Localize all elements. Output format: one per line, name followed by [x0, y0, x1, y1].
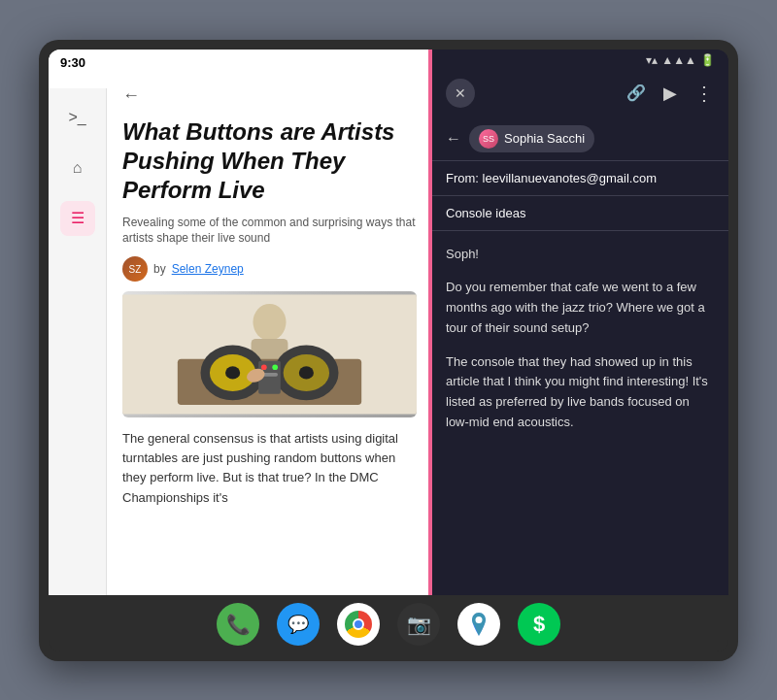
left-panel: 9:30 >_ ⌂ ☰ ← What Bu	[49, 50, 432, 595]
svg-point-6	[225, 366, 240, 379]
article-subtitle: Revealing some of the common and surpris…	[122, 215, 417, 248]
email-para-1: Do you remember that cafe we went to a f…	[446, 278, 715, 338]
from-address: leevillanuevanotes@gmail.com	[483, 171, 657, 185]
battery-icon: 🔋	[700, 53, 715, 67]
signal-icon: ▲▲▲	[661, 53, 696, 67]
cash-icon: $	[533, 612, 545, 637]
email-from-field: From: leevillanuevanotes@gmail.com	[432, 161, 728, 196]
sidebar-home-icon[interactable]: ⌂	[60, 150, 95, 185]
divider-line	[428, 50, 432, 595]
toolbar-actions: 🔗 ▶ ⋮	[626, 82, 715, 105]
back-button[interactable]: ←	[122, 85, 417, 106]
email-para-2: The console that they had showed up in t…	[446, 352, 715, 433]
recipient-name: Sophia Sacchi	[504, 131, 585, 146]
recipient-chip[interactable]: SS Sophia Sacchi	[469, 125, 594, 152]
dock-camera-button[interactable]: 📷	[397, 603, 440, 646]
dj-image-svg	[122, 291, 417, 417]
svg-point-11	[261, 365, 267, 371]
author-avatar: SZ	[122, 256, 148, 282]
svg-point-15	[476, 617, 483, 623]
split-view: 9:30 >_ ⌂ ☰ ← What Bu	[49, 50, 728, 595]
link-icon[interactable]: 🔗	[626, 83, 646, 102]
sidebar-list-icon[interactable]: ☰	[60, 201, 95, 236]
article-body: The general consensus is that artists us…	[122, 429, 417, 508]
phone-icon: 📞	[226, 613, 251, 636]
wifi-icon: ▾▴	[646, 53, 658, 67]
left-status-bar: 9:30	[49, 50, 432, 74]
author-row: SZ by Selen Zeynep	[122, 256, 417, 282]
right-status-bar: ▾▴ ▲▲▲ 🔋	[432, 50, 728, 69]
article-title: What Buttons are Artists Pushing When Th…	[122, 117, 417, 205]
back-arrow-icon[interactable]: ←	[446, 130, 461, 148]
dock-cash-button[interactable]: $	[518, 603, 560, 646]
from-label: From:	[446, 171, 479, 185]
bottom-dock: 📞 💬 📷	[49, 595, 728, 651]
article-image	[122, 291, 417, 417]
left-sidebar: >_ ⌂ ☰	[49, 88, 107, 595]
author-name[interactable]: Selen Zeynep	[172, 262, 244, 276]
dock-maps-button[interactable]	[457, 603, 500, 646]
svg-point-12	[272, 365, 278, 371]
chrome-icon	[345, 611, 372, 638]
dock-phone-button[interactable]: 📞	[217, 603, 259, 646]
email-recipient-bar: ← SS Sophia Sacchi	[432, 117, 728, 161]
more-options-icon[interactable]: ⋮	[694, 82, 715, 105]
time-display: 9:30	[60, 55, 85, 70]
svg-point-9	[299, 366, 314, 379]
article-content: ← What Buttons are Artists Pushing When …	[107, 74, 432, 595]
email-subject: Console ideas	[432, 196, 728, 231]
screen: 9:30 >_ ⌂ ☰ ← What Bu	[49, 50, 728, 651]
recipient-avatar: SS	[479, 129, 498, 149]
right-panel: ▾▴ ▲▲▲ 🔋 ✕ 🔗 ▶ ⋮ ←	[432, 50, 728, 595]
send-icon[interactable]: ▶	[663, 83, 677, 104]
svg-point-1	[253, 304, 286, 341]
device-frame: 9:30 >_ ⌂ ☰ ← What Bu	[39, 40, 738, 661]
sidebar-terminal-icon[interactable]: >_	[60, 100, 95, 135]
dock-messages-button[interactable]: 💬	[277, 603, 320, 646]
close-button[interactable]: ✕	[446, 79, 475, 108]
email-body: Soph! Do you remember that cafe we went …	[432, 231, 728, 595]
camera-icon: 📷	[407, 613, 431, 636]
author-prefix: by	[153, 262, 166, 276]
maps-icon	[465, 611, 492, 638]
messages-icon: 💬	[287, 614, 309, 635]
dock-chrome-button[interactable]	[337, 603, 380, 646]
email-greeting: Soph!	[446, 245, 715, 265]
email-toolbar: ✕ 🔗 ▶ ⋮	[432, 69, 728, 117]
